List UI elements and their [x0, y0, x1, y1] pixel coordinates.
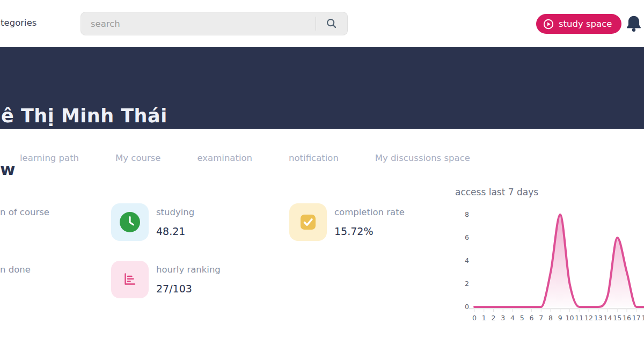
- categories-menu[interactable]: ategories: [0, 18, 36, 28]
- stat-card-hourly-ranking: hourly ranking 27/103: [111, 261, 221, 298]
- nav-my-course[interactable]: My course: [115, 153, 160, 163]
- svg-text:3: 3: [501, 314, 505, 322]
- svg-text:2: 2: [465, 280, 469, 288]
- chart-title: access last 7 days: [455, 187, 538, 197]
- svg-text:18: 18: [642, 314, 644, 322]
- search-button[interactable]: [316, 12, 347, 35]
- svg-text:0: 0: [465, 303, 469, 311]
- studying-label: studying: [156, 207, 194, 217]
- stat-card-completion-rate: completion rate 15.72%: [289, 203, 405, 241]
- search-input[interactable]: [81, 12, 316, 35]
- nav-examination[interactable]: examination: [197, 153, 252, 163]
- notification-bell-icon[interactable]: [626, 15, 642, 32]
- completion-rate-label: completion rate: [334, 207, 405, 217]
- ranking-icon-tile: [111, 261, 149, 298]
- nav-my-discussions-space[interactable]: My discussions space: [375, 153, 470, 163]
- svg-text:13: 13: [594, 314, 603, 322]
- studying-value: 48.21: [156, 225, 194, 237]
- svg-text:4: 4: [510, 314, 515, 322]
- ranking-chart-icon: [120, 270, 140, 289]
- play-icon: [543, 18, 554, 30]
- user-header: ê Thị Minh Thái learning path My course …: [0, 47, 644, 129]
- stat-label-num-of-course: n of course: [0, 207, 49, 217]
- checkbox-icon: [299, 213, 317, 231]
- svg-text:4: 4: [465, 256, 469, 264]
- access-last-7-days-chart: 012345678910111213141516171802468: [455, 207, 644, 334]
- user-name: ê Thị Minh Thái: [1, 105, 167, 127]
- stat-label-num-done: n done: [0, 264, 31, 275]
- access-chart: access last 7 days 012345678910111213141…: [455, 182, 644, 334]
- page: ategories study space ê Thị Minh: [0, 0, 644, 338]
- svg-text:9: 9: [558, 314, 562, 322]
- svg-text:16: 16: [623, 314, 631, 322]
- svg-text:15: 15: [613, 314, 621, 322]
- hourly-ranking-value: 27/103: [156, 283, 221, 295]
- svg-text:1: 1: [482, 314, 486, 322]
- clock-icon: [120, 212, 140, 232]
- svg-text:5: 5: [520, 314, 524, 322]
- main-nav: learning path My course examination noti…: [0, 153, 644, 163]
- search-box[interactable]: [80, 12, 348, 35]
- svg-text:2: 2: [492, 314, 496, 322]
- study-space-button[interactable]: study space: [536, 14, 621, 34]
- svg-text:17: 17: [632, 314, 641, 322]
- svg-text:11: 11: [575, 314, 583, 322]
- stat-card-studying: studying 48.21: [111, 203, 194, 241]
- svg-text:10: 10: [566, 314, 574, 322]
- completion-icon-tile: [289, 203, 327, 241]
- studying-icon-tile: [111, 203, 149, 241]
- completion-rate-value: 15.72%: [334, 225, 405, 237]
- nav-notification[interactable]: notification: [289, 153, 339, 163]
- hourly-ranking-label: hourly ranking: [156, 264, 221, 275]
- svg-text:6: 6: [530, 314, 534, 322]
- nav-learning-path[interactable]: learning path: [20, 153, 79, 163]
- svg-text:12: 12: [584, 314, 593, 322]
- svg-text:0: 0: [472, 314, 477, 322]
- svg-text:8: 8: [548, 314, 553, 322]
- search-icon: [326, 18, 338, 30]
- svg-text:7: 7: [539, 314, 543, 322]
- svg-text:14: 14: [604, 314, 612, 322]
- svg-text:8: 8: [465, 210, 469, 218]
- overview-heading: w: [0, 159, 16, 179]
- study-space-label: study space: [559, 19, 612, 29]
- topbar: ategories study space: [0, 0, 644, 47]
- svg-text:6: 6: [465, 233, 469, 241]
